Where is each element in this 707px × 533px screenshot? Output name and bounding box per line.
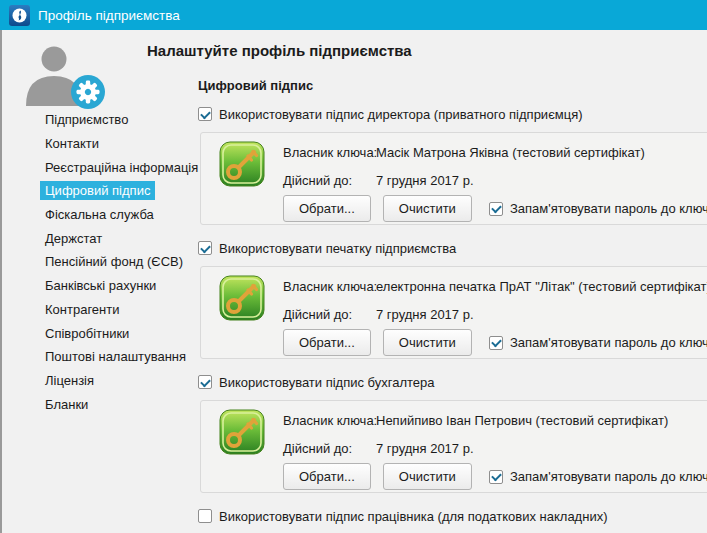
- sidebar-item-registration-info[interactable]: Реєстраційна інформація: [2, 155, 196, 179]
- titlebar: Профіль підприємства: [0, 0, 707, 30]
- digital-signature-content: Використовувати підпис директора (приват…: [198, 106, 707, 524]
- remember-password-row: Запам'ятовувати пароль до ключа: [489, 335, 707, 350]
- sidebar-item-contacts[interactable]: Контакти: [2, 132, 196, 156]
- sidebar-item-enterprise[interactable]: Підприємство: [2, 108, 196, 132]
- clear-key-button[interactable]: Очистити: [383, 463, 472, 490]
- remember-password-label: Запам'ятовувати пароль до ключа: [510, 335, 707, 350]
- clear-key-button[interactable]: Очистити: [383, 329, 472, 356]
- use-employee-signature-checkbox[interactable]: [198, 509, 212, 523]
- remember-password-checkbox[interactable]: [489, 336, 503, 350]
- sidebar-item-bank-accounts[interactable]: Банківські рахунки: [2, 274, 196, 298]
- valid-until-value: 7 грудня 2017 р.: [376, 307, 474, 322]
- use-accountant-signature-checkbox[interactable]: [198, 375, 212, 389]
- sidebar-nav: Підприємство Контакти Реєстраційна інфор…: [2, 108, 196, 416]
- use-director-signature-checkbox[interactable]: [198, 107, 212, 121]
- gear-icon: [70, 74, 106, 110]
- enterprise-profile-window: Профіль підприємства: [0, 0, 707, 533]
- use-employee-signature-row: Використовувати підпис працівника (для п…: [198, 508, 707, 524]
- seal-key-actions: Обрати... Очистити Запам'ятовувати парол…: [283, 329, 707, 356]
- choose-key-button[interactable]: Обрати...: [283, 329, 371, 356]
- owner-value: Непийпиво Іван Петрович (тестовий сертиф…: [376, 413, 668, 428]
- profile-avatar: [18, 46, 110, 108]
- remember-password-row: Запам'ятовувати пароль до ключа: [489, 469, 707, 484]
- owner-label: Власник ключа:: [283, 279, 377, 294]
- remember-password-row: Запам'ятовувати пароль до ключа: [489, 201, 707, 216]
- remember-password-checkbox[interactable]: [489, 470, 503, 484]
- sidebar-item-digital-signature[interactable]: Цифровий підпис: [2, 179, 196, 203]
- director-key-panel: Власник ключа: Масік Матрона Яківна (тес…: [200, 132, 707, 225]
- use-director-signature-row: Використовувати підпис директора (приват…: [198, 106, 707, 122]
- sidebar-item-pension-fund[interactable]: Пенсійний фонд (ЄСВ): [2, 250, 196, 274]
- seal-key-panel: Власник ключа: електронна печатка ПрАТ "…: [200, 266, 707, 359]
- remember-password-checkbox[interactable]: [489, 202, 503, 216]
- sidebar-item-employees[interactable]: Співробітники: [2, 321, 196, 345]
- page-title: Налаштуйте профіль підприємства: [147, 42, 412, 59]
- key-icon: [219, 275, 265, 321]
- use-seal-checkbox[interactable]: [198, 241, 212, 255]
- valid-until-label: Дійсний до:: [283, 173, 352, 188]
- valid-until-value: 7 грудня 2017 р.: [376, 173, 474, 188]
- sidebar-item-fiscal-service[interactable]: Фіскальна служба: [2, 203, 196, 227]
- sidebar-item-derzhstat[interactable]: Держстат: [2, 226, 196, 250]
- use-seal-row: Використовувати печатку підприємства: [198, 240, 707, 256]
- key-icon: [219, 141, 265, 187]
- clear-key-button[interactable]: Очистити: [383, 195, 472, 222]
- window-body: Підприємство Контакти Реєстраційна інфор…: [0, 30, 707, 533]
- use-employee-signature-label: Використовувати підпис працівника (для п…: [219, 509, 607, 524]
- window-title: Профіль підприємства: [38, 8, 180, 23]
- sidebar-item-license[interactable]: Ліцензія: [2, 369, 196, 393]
- valid-until-value: 7 грудня 2017 р.: [376, 441, 474, 456]
- use-accountant-signature-row: Використовувати підпис бухгалтера: [198, 374, 707, 390]
- sidebar-item-mail-settings[interactable]: Поштові налаштування: [2, 345, 196, 369]
- owner-value: Масік Матрона Яківна (тестовий сертифіка…: [376, 145, 645, 160]
- accountant-key-actions: Обрати... Очистити Запам'ятовувати парол…: [283, 463, 707, 490]
- section-title: Цифровий підпис: [198, 78, 313, 93]
- use-accountant-signature-label: Використовувати підпис бухгалтера: [219, 375, 435, 390]
- remember-password-label: Запам'ятовувати пароль до ключа: [510, 469, 707, 484]
- use-director-signature-label: Використовувати підпис директора (приват…: [219, 107, 583, 122]
- choose-key-button[interactable]: Обрати...: [283, 195, 371, 222]
- sidebar-item-counterparties[interactable]: Контрагенти: [2, 298, 196, 322]
- director-key-actions: Обрати... Очистити Запам'ятовувати парол…: [283, 195, 707, 222]
- owner-value: електронна печатка ПрАТ "Літак" (тестови…: [376, 279, 707, 294]
- choose-key-button[interactable]: Обрати...: [283, 463, 371, 490]
- valid-until-label: Дійсний до:: [283, 441, 352, 456]
- owner-label: Власник ключа:: [283, 145, 377, 160]
- owner-label: Власник ключа:: [283, 413, 377, 428]
- remember-password-label: Запам'ятовувати пароль до ключа: [510, 201, 707, 216]
- valid-until-label: Дійсний до:: [283, 307, 352, 322]
- app-logo-icon: [9, 5, 30, 26]
- use-seal-label: Використовувати печатку підприємства: [219, 241, 456, 256]
- key-icon: [219, 409, 265, 455]
- sidebar-item-blanks[interactable]: Бланки: [2, 392, 196, 416]
- accountant-key-panel: Власник ключа: Непийпиво Іван Петрович (…: [200, 400, 707, 493]
